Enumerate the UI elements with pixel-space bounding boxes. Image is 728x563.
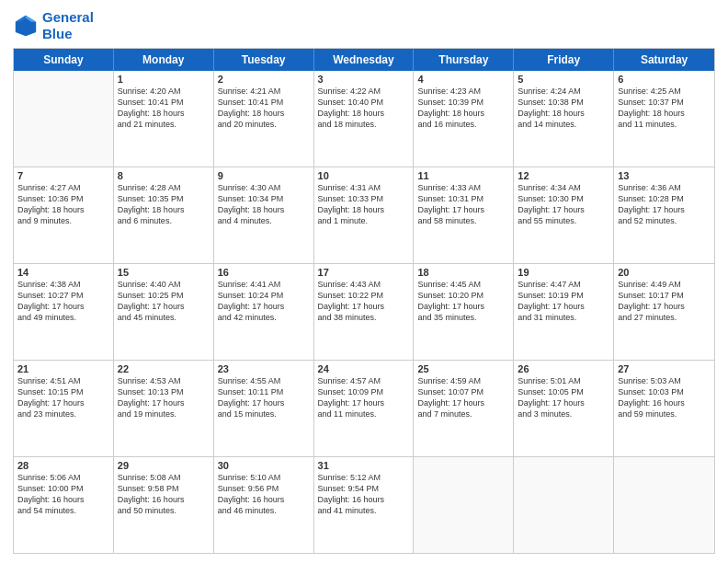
day-number: 25 [417, 363, 509, 374]
table-row: 27Sunrise: 5:03 AMSunset: 10:03 PMDaylig… [614, 361, 714, 456]
daylight-text: Daylight: 16 hours [218, 494, 310, 505]
sunrise-text: Sunrise: 4:51 AM [17, 375, 109, 386]
sunset-text: Sunset: 10:35 PM [118, 193, 210, 204]
day-header-thursday: Thursday [414, 49, 514, 71]
sunrise-text: Sunrise: 4:57 AM [318, 375, 410, 386]
sunset-text: Sunset: 10:11 PM [218, 386, 310, 397]
day-number: 14 [17, 267, 109, 278]
day-header-sunday: Sunday [14, 49, 114, 71]
daylight-minutes-text: and 16 minutes. [417, 119, 509, 130]
sunset-text: Sunset: 10:15 PM [17, 386, 109, 397]
day-number: 13 [618, 170, 711, 181]
sunrise-text: Sunrise: 5:10 AM [218, 472, 310, 483]
sunset-text: Sunset: 10:31 PM [417, 193, 509, 204]
sunset-text: Sunset: 10:25 PM [118, 290, 210, 301]
daylight-text: Daylight: 17 hours [318, 301, 410, 312]
table-row: 14Sunrise: 4:38 AMSunset: 10:27 PMDaylig… [14, 264, 114, 360]
daylight-minutes-text: and 27 minutes. [618, 312, 711, 323]
sunset-text: Sunset: 10:19 PM [518, 290, 609, 301]
calendar-week-2: 7Sunrise: 4:27 AMSunset: 10:36 PMDayligh… [14, 167, 714, 264]
daylight-text: Daylight: 18 hours [118, 108, 210, 119]
daylight-minutes-text: and 50 minutes. [118, 505, 210, 516]
table-row: 17Sunrise: 4:43 AMSunset: 10:22 PMDaylig… [314, 264, 415, 360]
daylight-text: Daylight: 17 hours [417, 397, 509, 408]
table-row: 19Sunrise: 4:47 AMSunset: 10:19 PMDaylig… [514, 264, 614, 360]
sunset-text: Sunset: 10:33 PM [318, 193, 410, 204]
daylight-minutes-text: and 6 minutes. [118, 215, 210, 226]
table-row: 31Sunrise: 5:12 AMSunset: 9:54 PMDayligh… [314, 457, 415, 553]
sunset-text: Sunset: 10:37 PM [618, 97, 711, 108]
day-number: 17 [318, 267, 410, 278]
calendar-body: 1Sunrise: 4:20 AMSunset: 10:41 PMDayligh… [14, 71, 714, 553]
sunrise-text: Sunrise: 4:28 AM [118, 182, 210, 193]
table-row: 23Sunrise: 4:55 AMSunset: 10:11 PMDaylig… [214, 361, 314, 456]
table-row: 30Sunrise: 5:10 AMSunset: 9:56 PMDayligh… [214, 457, 314, 553]
day-number: 31 [318, 460, 410, 471]
daylight-minutes-text: and 46 minutes. [218, 505, 310, 516]
sunset-text: Sunset: 10:09 PM [318, 386, 410, 397]
daylight-text: Daylight: 16 hours [17, 494, 109, 505]
table-row: 18Sunrise: 4:45 AMSunset: 10:20 PMDaylig… [414, 264, 514, 360]
day-number: 2 [218, 74, 310, 85]
table-row: 9Sunrise: 4:30 AMSunset: 10:34 PMDayligh… [214, 167, 314, 263]
table-row: 16Sunrise: 4:41 AMSunset: 10:24 PMDaylig… [214, 264, 314, 360]
daylight-minutes-text: and 59 minutes. [618, 408, 711, 419]
calendar-week-1: 1Sunrise: 4:20 AMSunset: 10:41 PMDayligh… [14, 71, 714, 167]
daylight-minutes-text: and 35 minutes. [417, 312, 509, 323]
day-number: 9 [218, 170, 310, 181]
sunrise-text: Sunrise: 4:53 AM [118, 375, 210, 386]
sunset-text: Sunset: 10:30 PM [518, 193, 609, 204]
table-row: 12Sunrise: 4:34 AMSunset: 10:30 PMDaylig… [514, 167, 614, 263]
daylight-text: Daylight: 16 hours [118, 494, 210, 505]
sunset-text: Sunset: 9:54 PM [318, 483, 410, 494]
sunrise-text: Sunrise: 5:08 AM [118, 472, 210, 483]
day-number: 8 [118, 170, 210, 181]
daylight-text: Daylight: 18 hours [518, 108, 609, 119]
sunset-text: Sunset: 10:36 PM [17, 193, 109, 204]
calendar-header: SundayMondayTuesdayWednesdayThursdayFrid… [14, 49, 714, 71]
calendar-week-3: 14Sunrise: 4:38 AMSunset: 10:27 PMDaylig… [14, 264, 714, 361]
table-row: 22Sunrise: 4:53 AMSunset: 10:13 PMDaylig… [114, 361, 214, 456]
daylight-text: Daylight: 17 hours [118, 301, 210, 312]
calendar-week-4: 21Sunrise: 4:51 AMSunset: 10:15 PMDaylig… [14, 361, 714, 457]
table-row: 3Sunrise: 4:22 AMSunset: 10:40 PMDayligh… [314, 71, 415, 167]
day-header-monday: Monday [114, 49, 214, 71]
daylight-text: Daylight: 17 hours [417, 301, 509, 312]
logo-text: General Blue [42, 9, 94, 42]
sunrise-text: Sunrise: 5:03 AM [618, 375, 711, 386]
table-row: 13Sunrise: 4:36 AMSunset: 10:28 PMDaylig… [614, 167, 714, 263]
daylight-minutes-text: and 4 minutes. [218, 215, 310, 226]
sunrise-text: Sunrise: 4:43 AM [318, 279, 410, 290]
day-header-saturday: Saturday [614, 49, 714, 71]
table-row: 1Sunrise: 4:20 AMSunset: 10:41 PMDayligh… [114, 71, 214, 167]
day-number: 12 [518, 170, 609, 181]
day-number: 11 [417, 170, 509, 181]
sunset-text: Sunset: 10:38 PM [518, 97, 609, 108]
daylight-minutes-text: and 14 minutes. [518, 119, 609, 130]
table-row: 7Sunrise: 4:27 AMSunset: 10:36 PMDayligh… [14, 167, 114, 263]
day-number: 28 [17, 460, 109, 471]
sunrise-text: Sunrise: 4:40 AM [118, 279, 210, 290]
daylight-text: Daylight: 17 hours [417, 204, 509, 215]
logo-icon [13, 13, 39, 39]
sunset-text: Sunset: 10:17 PM [618, 290, 711, 301]
table-row [514, 457, 614, 553]
sunrise-text: Sunrise: 4:36 AM [618, 182, 711, 193]
day-number: 29 [118, 460, 210, 471]
daylight-text: Daylight: 18 hours [318, 204, 410, 215]
daylight-text: Daylight: 18 hours [218, 108, 310, 119]
daylight-text: Daylight: 17 hours [17, 301, 109, 312]
daylight-minutes-text: and 11 minutes. [618, 119, 711, 130]
sunset-text: Sunset: 10:00 PM [17, 483, 109, 494]
sunrise-text: Sunrise: 4:45 AM [417, 279, 509, 290]
day-number: 23 [218, 363, 310, 374]
daylight-text: Daylight: 17 hours [618, 301, 711, 312]
sunrise-text: Sunrise: 4:47 AM [518, 279, 609, 290]
daylight-minutes-text: and 31 minutes. [518, 312, 609, 323]
daylight-minutes-text: and 3 minutes. [518, 408, 609, 419]
sunrise-text: Sunrise: 4:31 AM [318, 182, 410, 193]
daylight-minutes-text: and 58 minutes. [417, 215, 509, 226]
day-number: 26 [518, 363, 609, 374]
logo: General Blue [13, 9, 94, 42]
daylight-text: Daylight: 18 hours [618, 108, 711, 119]
